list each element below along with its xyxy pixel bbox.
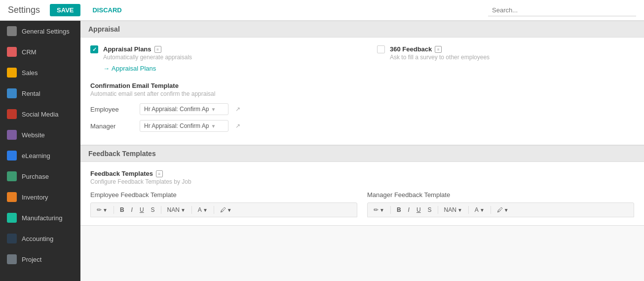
manager-template-label: Manager Feedback Template bbox=[367, 191, 634, 199]
manager-toolbar-pencil[interactable]: ✏ ▼ bbox=[372, 205, 386, 214]
sidebar-icon-inventory bbox=[7, 192, 17, 202]
sep2 bbox=[161, 206, 161, 214]
manager-external-link-icon[interactable]: ↗ bbox=[235, 122, 240, 129]
sidebar-label-project: Project bbox=[22, 256, 41, 263]
sidebar-label-rental: Rental bbox=[22, 90, 40, 97]
sidebar-item-social-media[interactable]: Social Media bbox=[0, 104, 80, 124]
employee-editor-toolbar: ✏ ▼ B I U S NAN ▼ A ▼ 🖊 ▼ bbox=[90, 202, 357, 217]
feedback-templates-section-body: Feedback Templates ≡ Configure Feedback … bbox=[80, 162, 644, 226]
sidebar-item-purchase[interactable]: Purchase bbox=[0, 166, 80, 187]
appraisal-plans-content: Appraisal Plans ≡ Automatically generate… bbox=[103, 45, 347, 72]
feedback-360-desc: Ask to fill a survey to other employees bbox=[390, 54, 634, 61]
sidebar-icon-purchase bbox=[7, 171, 17, 181]
sidebar-item-general-settings[interactable]: General Settings bbox=[0, 21, 80, 41]
appraisal-plans-link[interactable]: Appraisal Plans bbox=[103, 65, 156, 72]
feedback-360-info-icon: ≡ bbox=[435, 46, 442, 53]
sep4 bbox=[214, 206, 214, 214]
appraisal-plans-checkbox[interactable] bbox=[90, 45, 98, 53]
feedback-360-feature: 360 Feedback ≡ Ask to fill a survey to o… bbox=[377, 45, 634, 72]
sidebar-label-sales: Sales bbox=[22, 69, 38, 77]
manager-toolbar-strikethrough[interactable]: S bbox=[426, 205, 434, 214]
main-content: Appraisal Appraisal Plans ≡ Automaticall… bbox=[80, 21, 644, 281]
sep5 bbox=[390, 206, 391, 214]
feedback-templates-section: Feedback Templates Feedback Templates ≡ … bbox=[80, 145, 644, 226]
search-input[interactable] bbox=[488, 4, 636, 16]
sidebar-item-sales[interactable]: Sales bbox=[0, 62, 80, 83]
manager-label: Manager bbox=[90, 122, 135, 130]
sep6 bbox=[438, 206, 438, 214]
confirmation-email-title: Confirmation Email Template bbox=[90, 82, 634, 89]
sidebar-item-manufacturing[interactable]: Manufacturing bbox=[0, 207, 80, 228]
appraisal-section-body: Appraisal Plans ≡ Automatically generate… bbox=[80, 38, 644, 145]
manager-toolbar-nan[interactable]: NAN ▼ bbox=[442, 205, 464, 214]
manager-toolbar-bold[interactable]: B bbox=[395, 205, 403, 214]
employee-external-link-icon[interactable]: ↗ bbox=[235, 106, 240, 113]
feedback-templates-desc: Configure Feedback Templates by Job bbox=[90, 178, 634, 185]
employee-toolbar-pencil[interactable]: ✏ ▼ bbox=[95, 205, 110, 214]
feedback-templates-info-icon: ≡ bbox=[156, 170, 163, 177]
employee-select-arrow: ▼ bbox=[211, 107, 216, 112]
manager-toolbar-italic[interactable]: I bbox=[406, 205, 412, 214]
sidebar-item-rental[interactable]: Rental bbox=[0, 83, 80, 104]
sidebar-label-general-settings: General Settings bbox=[22, 28, 70, 35]
feedback-templates-section-header: Feedback Templates bbox=[80, 145, 644, 162]
layout: General SettingsCRMSalesRentalSocial Med… bbox=[0, 21, 644, 281]
sidebar-label-crm: CRM bbox=[22, 48, 37, 56]
manager-email-row: Manager Hr Appraisal: Confirm Ap ▼ ↗ bbox=[90, 120, 634, 132]
employee-email-row: Employee Hr Appraisal: Confirm Ap ▼ ↗ bbox=[90, 103, 634, 115]
sidebar-label-accounting: Accounting bbox=[22, 235, 53, 242]
save-button[interactable]: SAVE bbox=[50, 4, 80, 16]
sidebar-label-website: Website bbox=[22, 131, 45, 139]
sidebar-icon-project bbox=[7, 254, 17, 264]
sep3 bbox=[191, 206, 192, 214]
sidebar-item-elearning[interactable]: eLearning bbox=[0, 145, 80, 166]
feedback-templates-feature: Feedback Templates ≡ Configure Feedback … bbox=[90, 170, 634, 185]
header-actions: SAVE DISCARD bbox=[50, 4, 129, 16]
sidebar-item-crm[interactable]: CRM bbox=[0, 41, 80, 62]
sidebar-label-elearning: eLearning bbox=[22, 152, 50, 160]
header: Settings SAVE DISCARD bbox=[0, 0, 644, 21]
employee-template-label: Employee Feedback Template bbox=[90, 191, 357, 199]
discard-button[interactable]: DISCARD bbox=[85, 4, 128, 16]
sidebar-label-purchase: Purchase bbox=[22, 173, 49, 180]
appraisal-plans-info-icon: ≡ bbox=[154, 46, 161, 53]
manager-template-col: Manager Feedback Template ✏ ▼ B I U S NA… bbox=[367, 191, 634, 217]
sidebar-icon-elearning bbox=[7, 151, 17, 161]
manager-toolbar-a[interactable]: A ▼ bbox=[473, 205, 487, 214]
manager-toolbar-color[interactable]: 🖊 ▼ bbox=[495, 205, 511, 214]
employee-select[interactable]: Hr Appraisal: Confirm Ap ▼ bbox=[140, 103, 228, 115]
manager-select[interactable]: Hr Appraisal: Confirm Ap ▼ bbox=[140, 120, 228, 132]
sep1 bbox=[114, 206, 114, 214]
sep7 bbox=[468, 206, 469, 214]
employee-toolbar-nan[interactable]: NAN ▼ bbox=[165, 205, 188, 214]
sidebar-icon-rental bbox=[7, 88, 17, 98]
feedback-360-checkbox[interactable] bbox=[377, 45, 385, 53]
page-title: Settings bbox=[8, 5, 40, 15]
employee-toolbar-a[interactable]: A ▼ bbox=[196, 205, 210, 214]
sep8 bbox=[491, 206, 491, 214]
manager-toolbar-underline[interactable]: U bbox=[415, 205, 423, 214]
sidebar-icon-general-settings bbox=[7, 26, 17, 36]
sidebar-item-project[interactable]: Project bbox=[0, 249, 80, 270]
appraisal-plans-desc: Automatically generate appraisals bbox=[103, 54, 347, 61]
feedback-templates-title: Feedback Templates ≡ bbox=[90, 170, 634, 177]
employee-template-col: Employee Feedback Template ✏ ▼ B I U S N… bbox=[90, 191, 357, 217]
sidebar-item-accounting[interactable]: Accounting bbox=[0, 228, 80, 249]
feedback-360-content: 360 Feedback ≡ Ask to fill a survey to o… bbox=[390, 45, 634, 72]
sidebar-icon-sales bbox=[7, 68, 17, 78]
confirmation-email-desc: Automatic email sent after confirm the a… bbox=[90, 90, 634, 97]
sidebar-item-website[interactable]: Website bbox=[0, 124, 80, 145]
sidebar-label-social-media: Social Media bbox=[22, 111, 58, 118]
feedback-templates-content: Feedback Templates ≡ Configure Feedback … bbox=[90, 170, 634, 185]
appraisal-plans-feature: Appraisal Plans ≡ Automatically generate… bbox=[90, 45, 347, 72]
sidebar-item-inventory[interactable]: Inventory bbox=[0, 187, 80, 207]
employee-toolbar-bold[interactable]: B bbox=[118, 205, 126, 214]
sidebar-icon-website bbox=[7, 130, 17, 140]
employee-toolbar-strikethrough[interactable]: S bbox=[149, 205, 157, 214]
employee-toolbar-underline[interactable]: U bbox=[138, 205, 146, 214]
sidebar-icon-social-media bbox=[7, 109, 17, 119]
manager-editor-toolbar: ✏ ▼ B I U S NAN ▼ A ▼ 🖊 ▼ bbox=[367, 202, 634, 217]
employee-toolbar-italic[interactable]: I bbox=[129, 205, 135, 214]
appraisal-section-header: Appraisal bbox=[80, 21, 644, 38]
employee-toolbar-color[interactable]: 🖊 ▼ bbox=[218, 205, 234, 214]
